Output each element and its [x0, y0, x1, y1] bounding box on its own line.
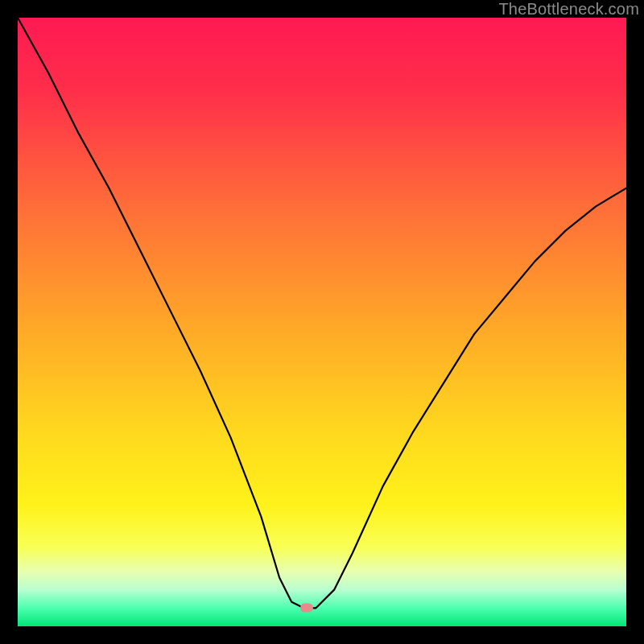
watermark-label: TheBottleneck.com [498, 0, 639, 19]
chart-frame: TheBottleneck.com [0, 0, 644, 644]
plot-area [18, 18, 626, 626]
optimal-point-marker [300, 604, 313, 613]
bottleneck-curve [18, 18, 626, 626]
